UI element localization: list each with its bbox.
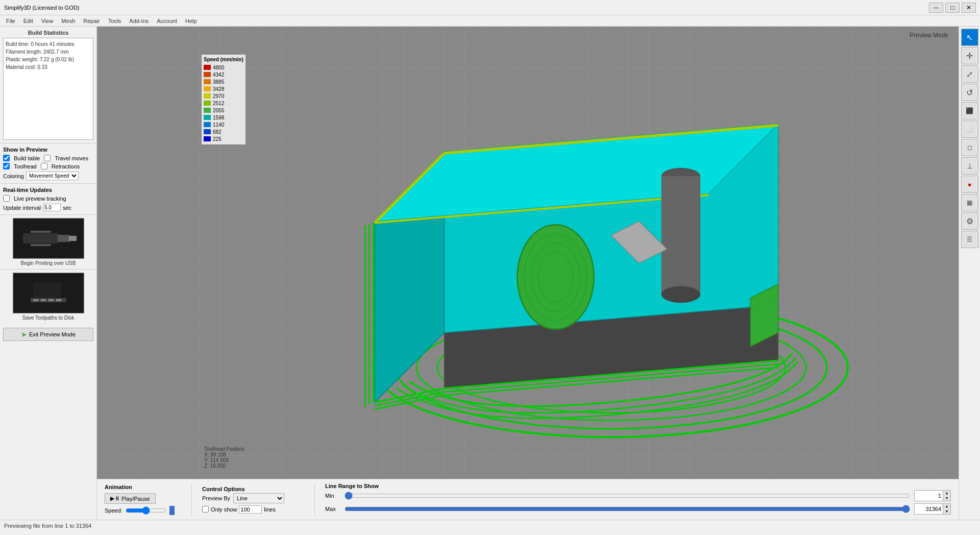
cylinder-body [662,176,700,295]
divider-2 [314,484,315,515]
update-interval-row: Update interval sec [3,204,93,211]
maximize-button[interactable]: □ [945,3,960,13]
control-options-title: Control Options [202,486,304,492]
realtime-title: Real-time Updates [3,187,93,193]
play-pause-button[interactable]: ▶⏸ Play/Pause [105,493,156,504]
cylinder-bottom [662,286,700,303]
menu-repair[interactable]: Repair [79,17,104,25]
max-spinner: ▲ ▼ [943,504,950,514]
scale-tool-button[interactable]: ⤢ [961,65,978,83]
close-button[interactable]: ✕ [962,3,976,13]
disk-image [13,273,84,313]
min-spinner: ▲ ▼ [943,491,950,501]
svg-rect-10 [48,299,54,301]
svg-rect-0 [23,233,59,244]
travel-moves-label: Travel moves [55,155,88,161]
min-range-slider[interactable] [345,492,910,500]
update-interval-label: Update interval [3,205,41,211]
live-tracking-row: Live preview tracking [3,195,93,202]
build-table-label: Build table [14,155,40,161]
max-value-input[interactable] [915,505,943,513]
only-show-input[interactable] [239,505,262,514]
coloring-select[interactable]: Movement Speed Feature Type Temperature … [26,172,79,180]
speed-slider[interactable] [126,506,166,515]
plastic-weight: Plastic weight: 7.22 g (0.02 lb) [6,56,91,63]
layers-button[interactable]: ▦ [961,194,978,211]
speed-label: Speed: [105,507,122,514]
update-interval-unit: sec [63,205,71,211]
control-options-section: Control Options Preview By Line Layer Fe… [202,486,304,514]
extra-button[interactable]: ☰ [961,231,978,248]
disk-svg [18,275,79,311]
titlebar-controls: ─ □ ✕ [929,3,976,13]
min-value-input[interactable] [915,492,943,499]
max-range-slider[interactable] [345,505,910,513]
preview-by-label: Preview By [202,495,230,501]
only-show-checkbox[interactable] [202,506,209,513]
animation-title: Animation [105,484,181,490]
bottom-controls: Animation ▶⏸ Play/Pause Speed: Control O… [97,479,959,520]
preview-by-select[interactable]: Line Layer Feature [233,493,284,503]
color-button[interactable]: ■ [961,176,978,193]
play-icon: ▶⏸ [110,495,120,502]
menu-file[interactable]: File [2,17,19,25]
speed-indicator [169,506,175,515]
toolhead-pos-z: Z: 16.050 [204,463,244,469]
app-title: Simplify3D (Licensed to GOD) [4,5,79,11]
update-interval-input[interactable] [43,204,61,211]
menu-mesh[interactable]: Mesh [57,17,79,25]
divider-1 [191,484,192,515]
select-tool-button[interactable]: ↖ [961,29,978,46]
min-spinner-down[interactable]: ▼ [943,496,950,501]
3d-viewport[interactable]: Preview Mode Speed (mm/min) 4800 4342 38… [97,27,959,479]
toolhead-pos-y: Y: 114.503 [204,457,244,463]
svg-rect-4 [31,244,51,246]
show-in-preview-title: Show in Preview [3,147,93,153]
live-tracking-checkbox[interactable] [3,195,10,202]
svg-rect-6 [33,283,61,301]
menu-edit[interactable]: Edit [19,17,37,25]
menu-tools[interactable]: Tools [104,17,126,25]
menu-view[interactable]: View [37,17,58,25]
max-spinner-up[interactable]: ▲ [943,504,950,509]
usb-section[interactable]: Begin Printing over USB [0,215,96,270]
svg-rect-11 [56,299,61,301]
realtime-updates-panel: Real-time Updates Live preview tracking … [0,184,96,215]
sidebar: Build Statistics Build time: 0 hours 41 … [0,27,97,520]
disk-section[interactable]: Save Toolpaths to Disk [0,270,96,324]
travel-moves-checkbox[interactable] [44,155,51,161]
axis-button[interactable]: ⊥ [961,157,978,175]
svg-rect-8 [33,299,38,301]
statusbar-text: Previewing file from line 1 to 31364 [4,523,91,529]
minimize-button[interactable]: ─ [929,3,943,13]
build-table-checkbox[interactable] [3,155,10,161]
main-layout: Build Statistics Build time: 0 hours 41 … [0,27,980,520]
svg-rect-9 [41,299,46,301]
build-time: Build time: 0 hours 41 minutes [6,40,91,48]
only-show-unit: lines [264,506,276,513]
usb-label: Begin Printing over USB [21,260,76,266]
wireframe-view-button[interactable]: ⬜ [961,120,978,138]
min-spinner-up[interactable]: ▲ [943,491,950,496]
menu-help[interactable]: Help [181,17,201,25]
disk-label: Save Toolpaths to Disk [22,315,75,321]
solid-view-button[interactable]: ⬛ [961,102,978,119]
move-tool-button[interactable]: ✛ [961,47,978,64]
settings-button[interactable]: ⚙ [961,212,978,230]
max-spinner-down[interactable]: ▼ [943,509,950,514]
menu-addins[interactable]: Add-Ins [125,17,153,25]
only-show-label: Only show [211,506,237,513]
usb-image [13,218,84,259]
retractions-checkbox[interactable] [41,163,47,169]
menu-account[interactable]: Account [153,17,181,25]
rotate-tool-button[interactable]: ↺ [961,84,978,101]
min-range-row: Min ▲ ▼ [325,490,951,501]
toolhead-checkbox[interactable] [3,163,10,169]
material-cost: Material cost: 0.33 [6,63,91,71]
titlebar: Simplify3D (Licensed to GOD) ─ □ ✕ [0,0,980,15]
show-in-preview-panel: Show in Preview Build table Travel moves… [0,143,96,184]
max-range-row: Max ▲ ▼ [325,503,951,515]
transparent-view-button[interactable]: ◻ [961,139,978,156]
max-value-box: ▲ ▼ [914,503,951,515]
exit-preview-button[interactable]: ➤ Exit Preview Mode [3,328,93,341]
